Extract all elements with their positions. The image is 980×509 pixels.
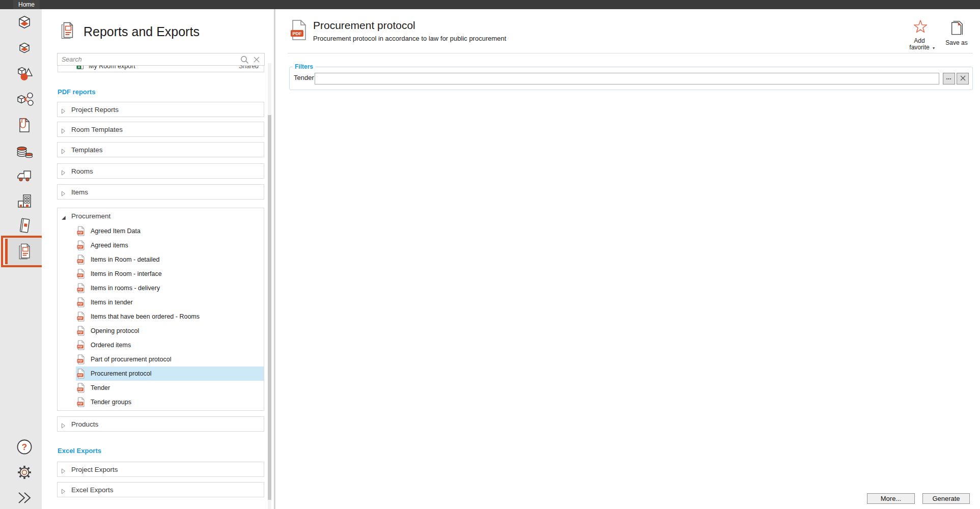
- sidebar-item-company[interactable]: [15, 192, 34, 210]
- svg-text:PDF: PDF: [78, 232, 83, 234]
- pdf-file-icon: PDF: [77, 354, 85, 366]
- sidebar-item-finance[interactable]: [15, 142, 34, 160]
- pdf-file-icon: PDF: [77, 297, 85, 309]
- svg-text:PDF: PDF: [78, 360, 83, 362]
- report-item-label: My Room export: [89, 66, 135, 70]
- reports-panel: Reports and Exports x My Room export Sha…: [42, 9, 274, 509]
- pdf-file-icon: PDF: [77, 326, 85, 338]
- shared-badge: Shared: [239, 66, 259, 70]
- svg-text:PDF: PDF: [78, 346, 83, 348]
- tab-home[interactable]: Home: [13, 0, 40, 9]
- search-input[interactable]: [58, 53, 246, 65]
- group-label: Procurement: [71, 212, 110, 220]
- expander-collapsed-icon: [61, 421, 66, 431]
- group-items[interactable]: Items: [57, 184, 264, 200]
- report-item[interactable]: PDF Part of procurement protocol: [76, 352, 264, 366]
- detail-panel: PDF Procurement protocol Procurement pro…: [275, 9, 980, 509]
- tender-clear-button[interactable]: [957, 73, 969, 84]
- company-icon: [16, 192, 33, 210]
- pdf-file-icon: PDF: [77, 226, 85, 238]
- report-item-label: Procurement protocol: [91, 370, 152, 377]
- sidebar-item-documents[interactable]: [15, 116, 34, 134]
- sidebar-item-delivery[interactable]: [15, 167, 34, 185]
- report-item[interactable]: PDF Items in Room - detailed: [76, 252, 264, 267]
- group-templates[interactable]: Templates: [57, 142, 264, 157]
- group-rooms[interactable]: Rooms: [57, 163, 264, 179]
- search-icon[interactable]: [240, 55, 249, 66]
- report-item[interactable]: PDF Items in Room - interface: [76, 267, 264, 281]
- add-favorite-button[interactable]: Add favorite▾: [905, 19, 936, 51]
- expander-collapsed-icon: [61, 467, 66, 476]
- report-item[interactable]: PDF Agreed Item Data: [76, 224, 264, 238]
- report-item[interactable]: PDF Tender groups: [76, 395, 264, 409]
- more-button[interactable]: More...: [867, 493, 915, 504]
- page-title: Reports and Exports: [83, 22, 200, 41]
- report-item[interactable]: PDF Ordered items: [76, 338, 264, 352]
- expander-collapsed-icon: [61, 147, 66, 156]
- filters-legend: Filters: [293, 63, 315, 70]
- sidebar-item-products[interactable]: [15, 91, 34, 109]
- detail-title: Procurement protocol: [313, 19, 415, 32]
- sidebar-item-items[interactable]: [15, 65, 34, 83]
- pdf-file-icon: PDF: [77, 397, 85, 409]
- scrollbar-track[interactable]: [268, 63, 271, 509]
- pdf-file-icon: PDF: [77, 340, 85, 352]
- tender-browse-button[interactable]: •••: [943, 73, 955, 84]
- filters-group: Filters Tender •••: [289, 67, 973, 90]
- group-label: Products: [71, 420, 98, 428]
- report-item[interactable]: PDF Agreed items: [76, 238, 264, 252]
- report-item-label: Agreed Item Data: [91, 228, 141, 235]
- report-item[interactable]: PDF Items in tender: [76, 295, 264, 309]
- sidebar-item-catalog[interactable]: [15, 217, 34, 235]
- report-item[interactable]: PDF Tender: [76, 381, 264, 395]
- group-products[interactable]: Products: [57, 416, 264, 432]
- star-icon: [912, 29, 929, 37]
- documents-icon: [16, 116, 33, 134]
- search-box: [57, 53, 265, 66]
- pdf-reports-header: PDF reports: [58, 88, 95, 96]
- reports-header-icon: [60, 21, 74, 42]
- sidebar-item-expand[interactable]: [15, 489, 34, 507]
- items-icon: [15, 65, 34, 83]
- reports-icon: [17, 243, 32, 260]
- pdf-file-icon: PDF: [77, 240, 85, 252]
- expand-icon: [16, 491, 33, 505]
- scrolled-report-row[interactable]: x My Room export Shared: [58, 66, 264, 72]
- svg-text:PDF: PDF: [78, 331, 83, 334]
- generate-button[interactable]: Generate: [922, 493, 970, 504]
- products-icon: [15, 91, 34, 108]
- report-item[interactable]: PDF Items that have been ordered - Rooms: [76, 309, 264, 324]
- svg-text:PDF: PDF: [78, 289, 83, 291]
- report-item-label: Tender groups: [91, 399, 131, 406]
- group-project-exports[interactable]: Project Exports: [57, 462, 264, 477]
- tender-input[interactable]: [315, 73, 939, 84]
- report-item[interactable]: PDF Opening protocol: [76, 324, 264, 338]
- save-as-button[interactable]: Save as: [942, 20, 971, 47]
- group-label: Room Templates: [71, 126, 123, 133]
- application-window: Home: [0, 0, 980, 509]
- add-favorite-label: Add favorite: [906, 38, 933, 51]
- report-item-label: Part of procurement protocol: [91, 356, 171, 363]
- expander-collapsed-icon: [61, 487, 66, 496]
- pdf-file-icon: PDF: [77, 369, 85, 381]
- scrollbar-thumb[interactable]: [268, 115, 271, 500]
- search-clear-icon[interactable]: [253, 56, 260, 65]
- sidebar-item-project[interactable]: [15, 14, 34, 33]
- report-item-selected[interactable]: PDF Procurement protocol: [76, 366, 264, 381]
- expander-collapsed-icon: [61, 189, 66, 199]
- report-item-label: Agreed items: [91, 242, 128, 249]
- sidebar-item-room[interactable]: [15, 40, 34, 58]
- group-procurement-header[interactable]: Procurement: [58, 208, 264, 224]
- svg-text:PDF: PDF: [78, 303, 83, 305]
- group-project-reports[interactable]: Project Reports: [57, 102, 264, 117]
- sidebar-item-settings[interactable]: [15, 463, 34, 482]
- settings-icon: [16, 464, 33, 480]
- group-excel-exports[interactable]: Excel Exports: [57, 482, 264, 497]
- report-item[interactable]: PDF Items in rooms - delivery: [76, 281, 264, 295]
- report-item-label: Items in tender: [91, 299, 133, 306]
- sidebar-item-help[interactable]: ?: [15, 438, 34, 456]
- report-item-label: Items in Room - detailed: [91, 256, 159, 263]
- sidebar-item-reports[interactable]: [15, 242, 34, 261]
- group-room-templates[interactable]: Room Templates: [57, 122, 264, 137]
- group-label: Rooms: [71, 167, 93, 175]
